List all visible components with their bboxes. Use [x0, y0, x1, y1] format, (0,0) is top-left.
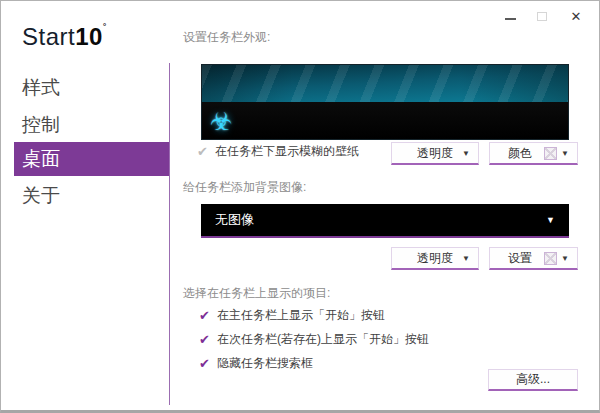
- sidebar-item-label: 控制: [22, 112, 60, 138]
- close-button[interactable]: ✕: [561, 6, 591, 26]
- close-icon: ✕: [571, 9, 582, 24]
- color-swatch-icon: [544, 147, 557, 160]
- minimize-icon: [505, 18, 516, 20]
- color-button[interactable]: 颜色 ▼: [489, 142, 578, 165]
- button-label: 高级...: [516, 371, 550, 388]
- sidebar-item-desktop[interactable]: 桌面: [14, 142, 169, 176]
- transparency-button[interactable]: 透明度 ▼: [391, 142, 479, 165]
- minimize-button[interactable]: [495, 6, 525, 26]
- option-label: 在主任务栏上显示「开始」按钮: [217, 307, 385, 324]
- sidebar-divider: [169, 63, 170, 405]
- chevron-down-icon: ▼: [462, 149, 470, 158]
- blur-wallpaper-label: 在任务栏下显示模糊的壁纸: [215, 143, 359, 160]
- button-label: 设置: [508, 250, 532, 267]
- settings-button[interactable]: 设置 ▼: [489, 247, 578, 270]
- app-logo: Start10˚: [22, 23, 107, 51]
- option-label: 在次任务栏(若存在)上显示「开始」按钮: [217, 331, 429, 348]
- sidebar-item-label: 样式: [22, 75, 60, 101]
- checkmark-icon: ✔: [199, 356, 210, 371]
- chevron-down-icon: ▼: [561, 254, 569, 263]
- advanced-button[interactable]: 高级...: [488, 369, 578, 391]
- option-show-start-main[interactable]: ✔ 在主任务栏上显示「开始」按钮: [199, 307, 385, 324]
- preview-wallpaper: [202, 65, 568, 102]
- option-label: 隐藏任务栏搜索框: [217, 355, 313, 372]
- sidebar-item-control[interactable]: 控制: [14, 108, 169, 142]
- chevron-down-icon: ▼: [462, 254, 470, 263]
- chevron-down-icon: ▼: [546, 215, 555, 225]
- chevron-down-icon: ▼: [561, 149, 569, 158]
- start10-window: ✕ Start10˚ 样式 控制 桌面 关于 设置任务栏外观: ☣ ✔ 在任务栏…: [0, 0, 600, 413]
- sidebar-item-style[interactable]: 样式: [14, 71, 169, 105]
- button-label: 透明度: [417, 250, 453, 267]
- biohazard-start-icon: ☣: [210, 108, 232, 133]
- transparency-button-2[interactable]: 透明度 ▼: [391, 247, 479, 270]
- button-label: 颜色: [508, 145, 532, 162]
- section-label-background-image: 给任务栏添加背景图像:: [183, 179, 306, 196]
- dropdown-value: 无图像: [215, 211, 254, 229]
- section-label-taskbar-items: 选择在任务栏上显示的项目:: [183, 285, 330, 302]
- checkmark-icon: ✔: [197, 144, 208, 159]
- option-hide-search-box[interactable]: ✔ 隐藏任务栏搜索框: [199, 355, 313, 372]
- sidebar-item-label: 关于: [22, 183, 60, 209]
- blur-wallpaper-checkbox[interactable]: ✔ 在任务栏下显示模糊的壁纸: [197, 143, 359, 160]
- logo-trademark-icon: ˚: [103, 22, 107, 34]
- logo-number: 10: [75, 23, 103, 50]
- option-show-start-secondary[interactable]: ✔ 在次任务栏(若存在)上显示「开始」按钮: [199, 331, 429, 348]
- taskbar-preview: ☣: [201, 64, 569, 140]
- maximize-button: [527, 6, 557, 26]
- sidebar-item-label: 桌面: [22, 146, 60, 172]
- button-label: 透明度: [417, 145, 453, 162]
- section-label-appearance: 设置任务栏外观:: [183, 29, 270, 46]
- preview-taskbar: ☣: [202, 102, 568, 139]
- sidebar-item-about[interactable]: 关于: [14, 179, 169, 213]
- checkmark-icon: ✔: [199, 332, 210, 347]
- image-dropdown[interactable]: 无图像 ▼: [201, 204, 569, 238]
- checkmark-icon: ✔: [199, 308, 210, 323]
- maximize-icon: [537, 12, 547, 21]
- logo-text: Start: [22, 23, 75, 50]
- settings-swatch-icon: [544, 252, 557, 265]
